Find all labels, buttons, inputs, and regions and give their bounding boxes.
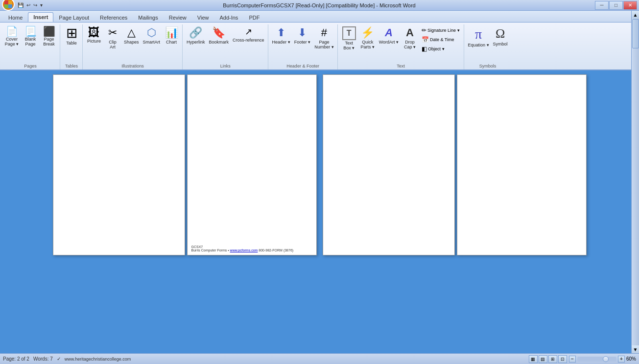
outline-view-btn[interactable]: ⊡ bbox=[558, 355, 567, 363]
footer-link[interactable]: www.pcforms.com bbox=[230, 249, 258, 252]
header-footer-items: ⬆ Header ▾ ⬇ Footer ▾ # PageNumber ▾ bbox=[271, 25, 335, 63]
chart-icon: 📊 bbox=[165, 26, 178, 39]
header-button[interactable]: ⬆ Header ▾ bbox=[271, 25, 292, 46]
hyperlink-button[interactable]: 🔗 Hyperlink bbox=[185, 25, 207, 46]
tab-references[interactable]: References bbox=[95, 13, 133, 22]
equation-label: Equation ▾ bbox=[468, 43, 489, 47]
zoom-out-button[interactable]: − bbox=[569, 356, 576, 363]
hyperlink-label: Hyperlink bbox=[187, 40, 205, 45]
date-time-icon: 📅 bbox=[422, 36, 429, 43]
zoom-control: − + 60% bbox=[569, 356, 636, 363]
clip-art-label: ClipArt bbox=[109, 40, 117, 49]
symbol-label: Symbol bbox=[493, 42, 508, 46]
page-number-button[interactable]: # PageNumber ▾ bbox=[313, 25, 335, 50]
document-page-4[interactable] bbox=[457, 74, 587, 255]
quick-parts-button[interactable]: ⚡ QuickParts ▾ bbox=[359, 25, 377, 50]
text-items: T TextBox ▾ ⚡ QuickParts ▾ A WordArt ▾ A… bbox=[340, 25, 462, 63]
maximize-button[interactable]: □ bbox=[609, 1, 623, 10]
ribbon: 📄 CoverPage ▾ 📃 BlankPage ⬛ PageBreak Pa… bbox=[0, 23, 639, 70]
illustrations-items: 🖼 Picture ✂ ClipArt △ Shapes ⬡ SmartArt … bbox=[85, 25, 180, 63]
zoom-thumb[interactable] bbox=[603, 356, 609, 362]
document-page-1[interactable] bbox=[53, 74, 185, 255]
shapes-button[interactable]: △ Shapes bbox=[122, 25, 141, 46]
tables-items: ⊞ Table bbox=[63, 25, 80, 63]
text-small-group: ✏ Signature Line ▾ 📅 Date & Time ◧ Objec… bbox=[420, 25, 462, 54]
wordart-button[interactable]: A WordArt ▾ bbox=[378, 25, 400, 46]
tab-pdf[interactable]: PDF bbox=[243, 13, 265, 22]
tab-page-layout[interactable]: Page Layout bbox=[53, 13, 95, 22]
illustrations-group-label: Illustrations bbox=[85, 63, 180, 68]
date-time-label: Date & Time bbox=[430, 37, 454, 42]
footer-button[interactable]: ⬇ Footer ▾ bbox=[293, 25, 312, 46]
text-box-button[interactable]: T TextBox ▾ bbox=[340, 25, 358, 51]
tab-addins[interactable]: Add-Ins bbox=[214, 13, 243, 22]
word-count: Words: 7 bbox=[33, 356, 53, 362]
clip-art-icon: ✂ bbox=[108, 26, 117, 39]
tab-review[interactable]: Review bbox=[164, 13, 192, 22]
close-button[interactable]: ✕ bbox=[623, 1, 637, 10]
drop-cap-label: DropCap ▾ bbox=[404, 40, 416, 49]
signature-line-button[interactable]: ✏ Signature Line ▾ bbox=[421, 26, 461, 34]
symbol-button[interactable]: Ω Symbol bbox=[492, 25, 509, 47]
date-time-button[interactable]: 📅 Date & Time bbox=[421, 36, 461, 44]
proofing-icon: ✓ bbox=[57, 356, 61, 362]
cover-page-button[interactable]: 📄 CoverPage ▾ bbox=[3, 25, 21, 47]
chart-button[interactable]: 📊 Chart bbox=[163, 25, 180, 46]
tab-view[interactable]: View bbox=[192, 13, 214, 22]
full-screen-view-btn[interactable]: ▤ bbox=[539, 355, 547, 363]
table-icon: ⊞ bbox=[66, 26, 77, 40]
blank-page-icon: 📃 bbox=[24, 26, 37, 36]
header-icon: ⬆ bbox=[277, 26, 285, 39]
minimize-button[interactable]: ─ bbox=[595, 1, 609, 10]
symbols-group-label: Symbols bbox=[467, 63, 509, 68]
header-footer-group-label: Header & Footer bbox=[271, 63, 335, 68]
bookmark-button[interactable]: 🔖 Bookmark bbox=[208, 25, 231, 46]
table-button[interactable]: ⊞ Table bbox=[63, 25, 80, 46]
office-button[interactable] bbox=[2, 0, 15, 11]
document-page-2[interactable]: GCSX7 Burris Computer Forms • www.pcform… bbox=[187, 74, 317, 255]
clip-art-button[interactable]: ✂ ClipArt bbox=[104, 25, 121, 50]
cross-reference-button[interactable]: ↗ Cross-reference bbox=[231, 25, 266, 44]
tab-home[interactable]: Home bbox=[3, 13, 28, 22]
scroll-thumb[interactable] bbox=[632, 19, 639, 48]
print-layout-view-btn[interactable]: ▦ bbox=[529, 355, 538, 363]
save-quick-btn[interactable]: 💾 bbox=[17, 2, 24, 8]
page-2-footer: GCSX7 Burris Computer Forms • www.pcform… bbox=[191, 245, 294, 252]
scroll-down-button[interactable]: ▼ bbox=[632, 345, 639, 353]
customize-quick-btn[interactable]: ▾ bbox=[39, 2, 44, 8]
scroll-up-button[interactable]: ▲ bbox=[632, 11, 639, 19]
page-indicator: Page: 2 of 2 bbox=[3, 356, 29, 362]
tab-insert[interactable]: Insert bbox=[28, 12, 53, 22]
text-box-label: TextBox ▾ bbox=[343, 41, 355, 50]
ribbon-group-tables: ⊞ Table Tables bbox=[61, 24, 83, 69]
object-button[interactable]: ◧ Object ▾ bbox=[421, 45, 461, 53]
drop-cap-button[interactable]: A DropCap ▾ bbox=[401, 25, 419, 50]
hyperlink-icon: 🔗 bbox=[189, 26, 202, 39]
pages-items: 📄 CoverPage ▾ 📃 BlankPage ⬛ PageBreak bbox=[3, 25, 58, 63]
equation-button[interactable]: π Equation ▾ bbox=[467, 25, 491, 48]
tab-mailings[interactable]: Mailings bbox=[133, 13, 163, 22]
equation-icon: π bbox=[475, 26, 482, 42]
redo-quick-btn[interactable]: ↪ bbox=[32, 2, 38, 8]
shapes-icon: △ bbox=[127, 26, 136, 39]
picture-button[interactable]: 🖼 Picture bbox=[85, 25, 103, 45]
blank-page-button[interactable]: 📃 BlankPage bbox=[22, 25, 39, 47]
chart-label: Chart bbox=[166, 40, 177, 45]
zoom-in-button[interactable]: + bbox=[618, 356, 625, 363]
drop-cap-icon: A bbox=[406, 26, 414, 39]
bookmark-icon: 🔖 bbox=[212, 26, 225, 39]
web-layout-view-btn[interactable]: ⊞ bbox=[548, 355, 557, 363]
footer-icon: ⬇ bbox=[298, 26, 307, 39]
zoom-slider[interactable] bbox=[577, 357, 616, 362]
ribbon-group-text: T TextBox ▾ ⚡ QuickParts ▾ A WordArt ▾ A… bbox=[338, 24, 464, 69]
ribbon-group-illustrations: 🖼 Picture ✂ ClipArt △ Shapes ⬡ SmartArt … bbox=[83, 24, 183, 69]
page-container: GCSX7 Burris Computer Forms • www.pcform… bbox=[53, 74, 587, 255]
website-url: www.heritagechristiancollege.com bbox=[65, 357, 131, 362]
smartart-icon: ⬡ bbox=[147, 26, 156, 39]
cross-reference-icon: ↗ bbox=[245, 26, 252, 37]
window-controls: ─ □ ✕ bbox=[595, 1, 637, 10]
page-break-button[interactable]: ⬛ PageBreak bbox=[40, 25, 58, 47]
document-page-3[interactable] bbox=[323, 74, 455, 255]
smartart-button[interactable]: ⬡ SmartArt bbox=[142, 25, 162, 46]
undo-quick-btn[interactable]: ↩ bbox=[25, 2, 31, 8]
